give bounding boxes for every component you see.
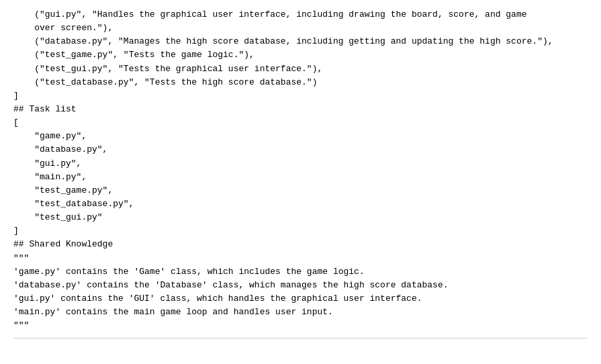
code-line: [	[13, 116, 588, 130]
code-content: ("gui.py", "Handles the graphical user i…	[13, 8, 588, 332]
code-line: "game.py",	[13, 130, 588, 143]
code-line: ## Shared Knowledge	[13, 238, 588, 251]
bottom-divider	[13, 338, 588, 338]
code-line: "test_database.py",	[13, 197, 588, 211]
code-line: ("database.py", "Manages the high score …	[13, 35, 588, 48]
code-line: ("gui.py", "Handles the graphical user i…	[13, 8, 588, 21]
code-line: ]	[13, 224, 588, 238]
code-line: over screen."),	[13, 21, 588, 35]
code-line: "gui.py",	[13, 157, 588, 171]
code-line: ("test_database.py", "Tests the high sco…	[13, 76, 588, 89]
code-line: """	[13, 252, 588, 265]
code-viewer: ("gui.py", "Handles the graphical user i…	[0, 0, 601, 364]
code-line: ("test_game.py", "Tests the game logic."…	[13, 48, 588, 62]
code-line: ]	[13, 89, 588, 103]
code-line: "test_gui.py"	[13, 211, 588, 224]
code-line: "main.py",	[13, 171, 588, 184]
code-line: "database.py",	[13, 143, 588, 156]
code-line: """	[13, 319, 588, 332]
code-line: ## Task list	[13, 103, 588, 116]
code-line: 'main.py' contains the main game loop an…	[13, 306, 588, 319]
code-line: 'game.py' contains the 'Game' class, whi…	[13, 265, 588, 279]
code-line: "test_game.py",	[13, 184, 588, 197]
code-line: ("test_gui.py", "Tests the graphical use…	[13, 62, 588, 76]
code-line: 'gui.py' contains the 'GUI' class, which…	[13, 292, 588, 306]
code-line: 'database.py' contains the 'Database' cl…	[13, 279, 588, 292]
